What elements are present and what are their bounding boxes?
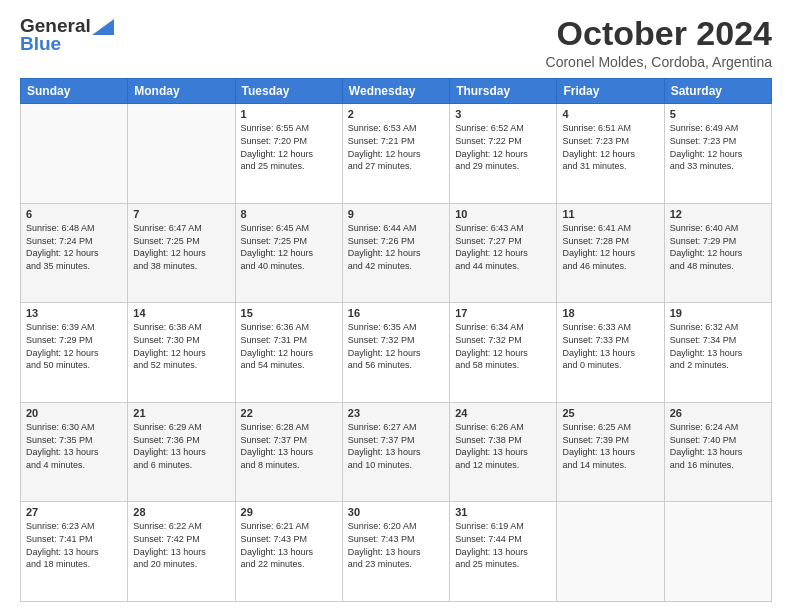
calendar-cell: 8Sunrise: 6:45 AM Sunset: 7:25 PM Daylig… (235, 203, 342, 303)
calendar-cell: 31Sunrise: 6:19 AM Sunset: 7:44 PM Dayli… (450, 502, 557, 602)
day-number: 27 (26, 506, 122, 518)
calendar-cell: 17Sunrise: 6:34 AM Sunset: 7:32 PM Dayli… (450, 303, 557, 403)
day-info: Sunrise: 6:53 AM Sunset: 7:21 PM Dayligh… (348, 122, 444, 172)
title-section: October 2024 Coronel Moldes, Cordoba, Ar… (546, 15, 772, 70)
calendar-cell: 15Sunrise: 6:36 AM Sunset: 7:31 PM Dayli… (235, 303, 342, 403)
day-header-monday: Monday (128, 79, 235, 104)
calendar-week-1: 1Sunrise: 6:55 AM Sunset: 7:20 PM Daylig… (21, 104, 772, 204)
calendar-cell: 20Sunrise: 6:30 AM Sunset: 7:35 PM Dayli… (21, 402, 128, 502)
day-info: Sunrise: 6:45 AM Sunset: 7:25 PM Dayligh… (241, 222, 337, 272)
day-number: 10 (455, 208, 551, 220)
calendar-cell: 2Sunrise: 6:53 AM Sunset: 7:21 PM Daylig… (342, 104, 449, 204)
day-info: Sunrise: 6:24 AM Sunset: 7:40 PM Dayligh… (670, 421, 766, 471)
calendar-cell: 10Sunrise: 6:43 AM Sunset: 7:27 PM Dayli… (450, 203, 557, 303)
day-info: Sunrise: 6:26 AM Sunset: 7:38 PM Dayligh… (455, 421, 551, 471)
day-info: Sunrise: 6:44 AM Sunset: 7:26 PM Dayligh… (348, 222, 444, 272)
day-info: Sunrise: 6:21 AM Sunset: 7:43 PM Dayligh… (241, 520, 337, 570)
day-info: Sunrise: 6:41 AM Sunset: 7:28 PM Dayligh… (562, 222, 658, 272)
day-number: 1 (241, 108, 337, 120)
logo-blue-text: Blue (20, 33, 61, 55)
calendar-cell: 27Sunrise: 6:23 AM Sunset: 7:41 PM Dayli… (21, 502, 128, 602)
day-info: Sunrise: 6:29 AM Sunset: 7:36 PM Dayligh… (133, 421, 229, 471)
day-info: Sunrise: 6:23 AM Sunset: 7:41 PM Dayligh… (26, 520, 122, 570)
day-number: 9 (348, 208, 444, 220)
day-number: 22 (241, 407, 337, 419)
calendar-week-2: 6Sunrise: 6:48 AM Sunset: 7:24 PM Daylig… (21, 203, 772, 303)
day-info: Sunrise: 6:20 AM Sunset: 7:43 PM Dayligh… (348, 520, 444, 570)
day-number: 14 (133, 307, 229, 319)
day-info: Sunrise: 6:39 AM Sunset: 7:29 PM Dayligh… (26, 321, 122, 371)
calendar-table: SundayMondayTuesdayWednesdayThursdayFrid… (20, 78, 772, 602)
calendar-week-3: 13Sunrise: 6:39 AM Sunset: 7:29 PM Dayli… (21, 303, 772, 403)
calendar-cell (128, 104, 235, 204)
calendar-cell: 5Sunrise: 6:49 AM Sunset: 7:23 PM Daylig… (664, 104, 771, 204)
day-number: 26 (670, 407, 766, 419)
day-header-sunday: Sunday (21, 79, 128, 104)
day-info: Sunrise: 6:22 AM Sunset: 7:42 PM Dayligh… (133, 520, 229, 570)
calendar-cell: 14Sunrise: 6:38 AM Sunset: 7:30 PM Dayli… (128, 303, 235, 403)
day-number: 24 (455, 407, 551, 419)
day-number: 5 (670, 108, 766, 120)
day-number: 20 (26, 407, 122, 419)
day-number: 23 (348, 407, 444, 419)
logo: General Blue (20, 15, 114, 55)
calendar-header-row: SundayMondayTuesdayWednesdayThursdayFrid… (21, 79, 772, 104)
day-number: 13 (26, 307, 122, 319)
calendar-cell: 11Sunrise: 6:41 AM Sunset: 7:28 PM Dayli… (557, 203, 664, 303)
calendar-cell: 1Sunrise: 6:55 AM Sunset: 7:20 PM Daylig… (235, 104, 342, 204)
calendar-cell: 6Sunrise: 6:48 AM Sunset: 7:24 PM Daylig… (21, 203, 128, 303)
header: General Blue October 2024 Coronel Moldes… (20, 15, 772, 70)
day-number: 25 (562, 407, 658, 419)
calendar-cell (557, 502, 664, 602)
calendar-cell: 25Sunrise: 6:25 AM Sunset: 7:39 PM Dayli… (557, 402, 664, 502)
day-info: Sunrise: 6:32 AM Sunset: 7:34 PM Dayligh… (670, 321, 766, 371)
day-info: Sunrise: 6:35 AM Sunset: 7:32 PM Dayligh… (348, 321, 444, 371)
day-header-thursday: Thursday (450, 79, 557, 104)
calendar-week-4: 20Sunrise: 6:30 AM Sunset: 7:35 PM Dayli… (21, 402, 772, 502)
day-info: Sunrise: 6:40 AM Sunset: 7:29 PM Dayligh… (670, 222, 766, 272)
day-number: 18 (562, 307, 658, 319)
calendar-cell: 23Sunrise: 6:27 AM Sunset: 7:37 PM Dayli… (342, 402, 449, 502)
logo-icon (92, 19, 114, 35)
calendar-cell (21, 104, 128, 204)
calendar-cell: 30Sunrise: 6:20 AM Sunset: 7:43 PM Dayli… (342, 502, 449, 602)
day-number: 30 (348, 506, 444, 518)
day-info: Sunrise: 6:38 AM Sunset: 7:30 PM Dayligh… (133, 321, 229, 371)
calendar-cell: 3Sunrise: 6:52 AM Sunset: 7:22 PM Daylig… (450, 104, 557, 204)
day-header-wednesday: Wednesday (342, 79, 449, 104)
day-number: 15 (241, 307, 337, 319)
day-number: 21 (133, 407, 229, 419)
calendar-cell: 18Sunrise: 6:33 AM Sunset: 7:33 PM Dayli… (557, 303, 664, 403)
calendar-cell: 9Sunrise: 6:44 AM Sunset: 7:26 PM Daylig… (342, 203, 449, 303)
calendar-cell: 4Sunrise: 6:51 AM Sunset: 7:23 PM Daylig… (557, 104, 664, 204)
calendar-cell: 26Sunrise: 6:24 AM Sunset: 7:40 PM Dayli… (664, 402, 771, 502)
day-info: Sunrise: 6:36 AM Sunset: 7:31 PM Dayligh… (241, 321, 337, 371)
day-info: Sunrise: 6:52 AM Sunset: 7:22 PM Dayligh… (455, 122, 551, 172)
day-header-tuesday: Tuesday (235, 79, 342, 104)
day-info: Sunrise: 6:33 AM Sunset: 7:33 PM Dayligh… (562, 321, 658, 371)
calendar-cell: 21Sunrise: 6:29 AM Sunset: 7:36 PM Dayli… (128, 402, 235, 502)
day-number: 12 (670, 208, 766, 220)
day-info: Sunrise: 6:19 AM Sunset: 7:44 PM Dayligh… (455, 520, 551, 570)
day-number: 8 (241, 208, 337, 220)
page: General Blue October 2024 Coronel Moldes… (0, 0, 792, 612)
day-info: Sunrise: 6:30 AM Sunset: 7:35 PM Dayligh… (26, 421, 122, 471)
day-number: 29 (241, 506, 337, 518)
day-info: Sunrise: 6:48 AM Sunset: 7:24 PM Dayligh… (26, 222, 122, 272)
day-number: 31 (455, 506, 551, 518)
day-number: 17 (455, 307, 551, 319)
day-info: Sunrise: 6:43 AM Sunset: 7:27 PM Dayligh… (455, 222, 551, 272)
day-info: Sunrise: 6:47 AM Sunset: 7:25 PM Dayligh… (133, 222, 229, 272)
day-number: 4 (562, 108, 658, 120)
day-number: 11 (562, 208, 658, 220)
location: Coronel Moldes, Cordoba, Argentina (546, 54, 772, 70)
calendar-cell: 22Sunrise: 6:28 AM Sunset: 7:37 PM Dayli… (235, 402, 342, 502)
day-info: Sunrise: 6:51 AM Sunset: 7:23 PM Dayligh… (562, 122, 658, 172)
day-header-friday: Friday (557, 79, 664, 104)
calendar-week-5: 27Sunrise: 6:23 AM Sunset: 7:41 PM Dayli… (21, 502, 772, 602)
day-number: 3 (455, 108, 551, 120)
calendar-cell: 19Sunrise: 6:32 AM Sunset: 7:34 PM Dayli… (664, 303, 771, 403)
calendar-cell: 29Sunrise: 6:21 AM Sunset: 7:43 PM Dayli… (235, 502, 342, 602)
calendar-cell: 13Sunrise: 6:39 AM Sunset: 7:29 PM Dayli… (21, 303, 128, 403)
calendar-cell: 24Sunrise: 6:26 AM Sunset: 7:38 PM Dayli… (450, 402, 557, 502)
